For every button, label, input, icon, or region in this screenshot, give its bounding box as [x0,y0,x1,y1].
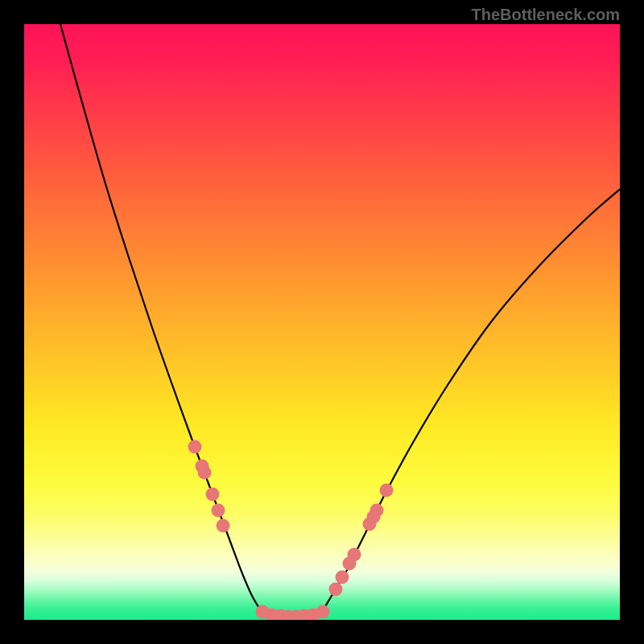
bottleneck-curve [60,24,620,617]
data-dot [380,484,394,497]
data-dot [217,519,230,533]
data-dot [206,488,220,502]
data-dot [316,605,330,619]
plot-area [24,24,620,620]
outer-frame: TheBottleneck.com [0,0,644,644]
data-dot [212,504,225,518]
attribution-text: TheBottleneck.com [472,6,620,24]
data-dots [188,440,394,621]
data-dot [348,548,361,562]
chart-svg [24,24,620,620]
data-dot [336,571,349,584]
data-dot [329,583,343,597]
data-dot [198,466,212,480]
data-dot [370,504,384,518]
data-dot [188,440,202,454]
